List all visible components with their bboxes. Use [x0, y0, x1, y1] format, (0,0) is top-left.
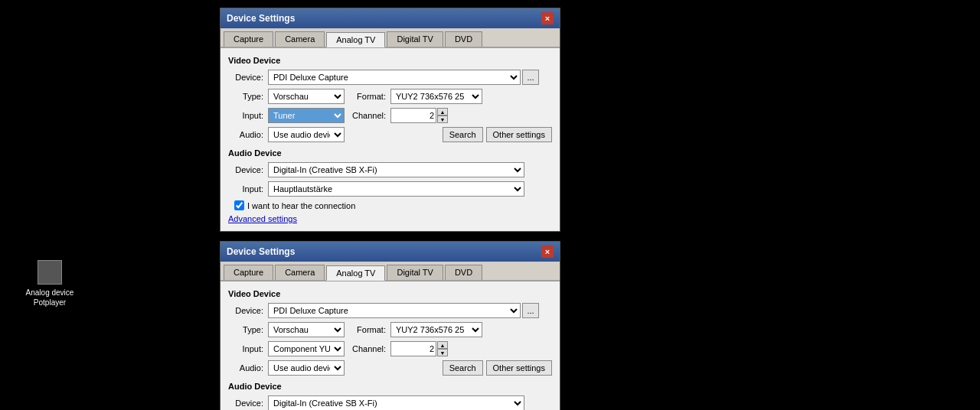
advanced-settings-1[interactable]: Advanced settings [228, 214, 552, 223]
audio-device-section-title-2: Audio Device [228, 382, 552, 391]
audio-device-select-1[interactable]: Digital-In (Creative SB X-Fi) [268, 162, 524, 177]
dialog-2-close-button[interactable]: × [541, 246, 554, 258]
tab-capture-1[interactable]: Capture [224, 31, 273, 47]
channel-label-1: Channel: [352, 111, 390, 120]
type-label-2: Type: [228, 325, 268, 334]
dialog-2-titlebar[interactable]: Device Settings × [220, 242, 560, 262]
input-channel-row-1: Input: Tuner Channel: ▲ ▼ [228, 108, 552, 123]
device-ellipsis-button-2[interactable]: ... [522, 303, 539, 318]
dialog-2: Device Settings × Capture Camera Analog … [220, 241, 560, 410]
format-select-2[interactable]: YUY2 736x576 25 [390, 322, 482, 337]
type-format-row-1: Type: Vorschau Format: YUY2 736x576 25 [228, 89, 552, 104]
format-label-2: Format: [352, 325, 390, 334]
audio-device-select-2[interactable]: Digital-In (Creative SB X-Fi) [268, 395, 524, 410]
desktop-icon-label: Analog devicePotplayer [26, 288, 74, 308]
channel-up-button-2[interactable]: ▲ [437, 341, 448, 349]
device-select-2[interactable]: PDI Deluxe Capture [268, 303, 521, 318]
channel-input-2[interactable] [390, 341, 436, 356]
format-select-1[interactable]: YUY2 736x576 25 [390, 89, 482, 104]
advanced-settings-link-1[interactable]: Advanced settings [228, 214, 297, 223]
type-format-row-2: Type: Vorschau Format: YUY2 736x576 25 [228, 322, 552, 337]
audio-search-row-1: Audio: Use audio device Search Other set… [228, 127, 552, 142]
audio-device-label-1: Device: [228, 165, 268, 174]
tab-capture-2[interactable]: Capture [224, 265, 273, 280]
type-select-1[interactable]: Vorschau [268, 89, 345, 104]
device-ellipsis-button-1[interactable]: ... [522, 70, 539, 85]
dialog-1-titlebar[interactable]: Device Settings × [220, 8, 560, 28]
dialog-1-tabs: Capture Camera Analog TV Digital TV DVD [220, 28, 560, 48]
other-settings-button-2[interactable]: Other settings [486, 360, 552, 376]
input-label-1: Input: [228, 111, 268, 120]
desktop-icon-image [38, 260, 62, 285]
device-row-2: Device: PDI Deluxe Capture ... [228, 303, 552, 318]
tab-digitaltv-2[interactable]: Digital TV [387, 265, 443, 280]
checkbox-row-1: I want to hear the connection [228, 200, 552, 210]
device-label-2: Device: [228, 306, 268, 315]
format-label-1: Format: [352, 92, 390, 101]
input-channel-row-2: Input: Component YUV Channel: ▲ ▼ [228, 341, 552, 356]
dialog-2-tabs: Capture Camera Analog TV Digital TV DVD [220, 262, 560, 281]
video-device-section-title-2: Video Device [228, 289, 552, 298]
audio-search-row-2: Audio: Use audio device Search Other set… [228, 360, 552, 376]
tab-camera-2[interactable]: Camera [275, 265, 325, 280]
search-other-group-1: Search Other settings [345, 127, 552, 142]
audio-input-row-1: Input: Hauptlautstärke [228, 181, 552, 197]
tab-digitaltv-1[interactable]: Digital TV [387, 31, 443, 47]
channel-group-1: Channel: ▲ ▼ [352, 108, 552, 123]
format-group-1: Format: YUY2 736x576 25 [352, 89, 552, 104]
channel-spinner-buttons-1: ▲ ▼ [437, 108, 448, 123]
video-device-section-title-1: Video Device [228, 56, 552, 65]
desktop-icon[interactable]: Analog devicePotplayer [23, 260, 77, 308]
audio-device-row-2: Device: Digital-In (Creative SB X-Fi) [228, 395, 552, 410]
dialog-1-content: Video Device Device: PDI Deluxe Capture … [220, 48, 560, 231]
channel-up-button-1[interactable]: ▲ [437, 108, 448, 116]
audio-select-1[interactable]: Use audio device [268, 127, 345, 142]
tab-dvd-2[interactable]: DVD [445, 265, 482, 280]
dialog-1: Device Settings × Capture Camera Analog … [220, 8, 560, 232]
tab-analogtv-2[interactable]: Analog TV [326, 265, 385, 281]
dialog-2-content: Video Device Device: PDI Deluxe Capture … [220, 281, 560, 410]
input-label-2: Input: [228, 344, 268, 353]
device-select-1[interactable]: PDI Deluxe Capture [268, 70, 521, 85]
audio-label-2: Audio: [228, 363, 268, 373]
search-button-2[interactable]: Search [443, 360, 483, 376]
dialog-1-close-button[interactable]: × [541, 12, 554, 24]
channel-spinner-buttons-2: ▲ ▼ [437, 341, 448, 356]
audio-input-select-1[interactable]: Hauptlautstärke [268, 181, 524, 197]
input-select-1[interactable]: Tuner [268, 108, 345, 123]
dialog-1-title: Device Settings [227, 13, 295, 24]
type-select-2[interactable]: Vorschau [268, 322, 345, 337]
audio-label-1: Audio: [228, 130, 268, 139]
channel-spinner-1: ▲ ▼ [390, 108, 448, 123]
audio-device-label-2: Device: [228, 399, 268, 408]
search-other-group-2: Search Other settings [345, 360, 552, 376]
device-label-1: Device: [228, 73, 268, 82]
tab-dvd-1[interactable]: DVD [445, 31, 482, 47]
device-row-1: Device: PDI Deluxe Capture ... [228, 70, 552, 85]
dialog-2-title: Device Settings [227, 246, 295, 257]
format-group-2: Format: YUY2 736x576 25 [352, 322, 552, 337]
channel-spinner-2: ▲ ▼ [390, 341, 448, 356]
hear-connection-label-1: I want to hear the connection [247, 201, 355, 210]
audio-select-2[interactable]: Use audio device [268, 360, 345, 376]
channel-input-1[interactable] [390, 108, 436, 123]
input-select-2[interactable]: Component YUV [268, 341, 345, 356]
channel-down-button-1[interactable]: ▼ [437, 116, 448, 123]
channel-group-2: Channel: ▲ ▼ [352, 341, 552, 356]
audio-device-section-title-1: Audio Device [228, 148, 552, 158]
tab-camera-1[interactable]: Camera [275, 31, 325, 47]
channel-label-2: Channel: [352, 344, 390, 353]
audio-device-row-1: Device: Digital-In (Creative SB X-Fi) [228, 162, 552, 177]
type-label-1: Type: [228, 92, 268, 101]
hear-connection-checkbox-1[interactable] [234, 200, 244, 210]
other-settings-button-1[interactable]: Other settings [486, 127, 552, 142]
tab-analogtv-1[interactable]: Analog TV [326, 32, 385, 47]
search-button-1[interactable]: Search [443, 127, 483, 142]
channel-down-button-2[interactable]: ▼ [437, 349, 448, 356]
audio-input-label-1: Input: [228, 184, 268, 194]
